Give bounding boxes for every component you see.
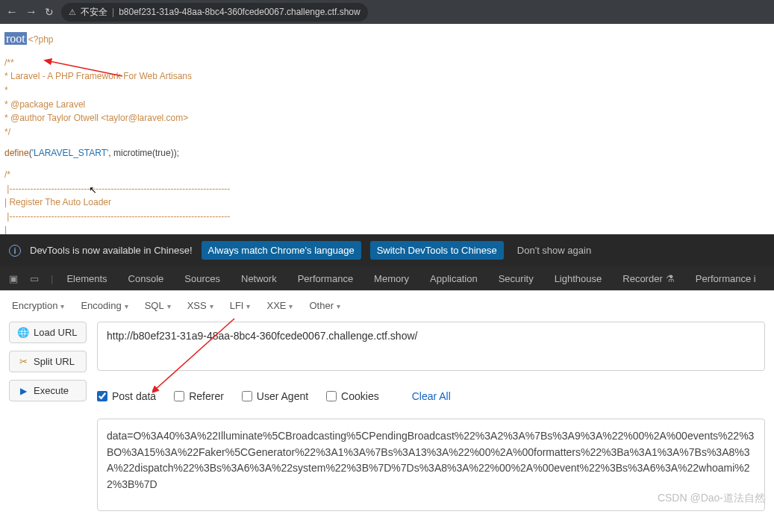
chevron-down-icon: ▾	[337, 302, 340, 310]
banner-text: DevTools is now available in Chinese!	[30, 245, 193, 256]
scissors-icon: ✂	[17, 357, 29, 367]
page-content: root<?php /** * Laravel - A PHP Framewor…	[0, 24, 774, 234]
play-icon: ▶	[17, 386, 29, 396]
tab-elements[interactable]: Elements	[56, 266, 117, 290]
dont-show-link[interactable]: Don't show again	[517, 245, 591, 256]
tab-console[interactable]: Console	[118, 266, 175, 290]
tab-network[interactable]: Network	[231, 266, 287, 290]
post-data-input[interactable]: data=O%3A40%3A%22Illuminate%5CBroadcasti…	[97, 419, 765, 511]
back-icon[interactable]: ←	[6, 5, 18, 19]
inspect-icon[interactable]: ▣	[6, 273, 21, 284]
string-literal: 'LARAVEL_START'	[32, 148, 109, 158]
options-row: Post data Referer User Agent Cookies Cle…	[97, 390, 765, 402]
chevron-down-icon: ▾	[246, 302, 250, 310]
flask-icon: ⚗	[666, 273, 675, 284]
code-comment: *	[4, 84, 770, 98]
code-comment: |---------------------------------------…	[4, 210, 770, 224]
insecure-label: 不安全	[81, 6, 107, 19]
php-open-tag: <?php	[28, 34, 54, 45]
chevron-down-icon: ▾	[289, 302, 293, 310]
chevron-down-icon: ▾	[167, 302, 171, 310]
globe-icon: 🌐	[17, 328, 29, 338]
chevron-down-icon: ▾	[60, 302, 64, 310]
reload-icon[interactable]: ↻	[45, 6, 54, 18]
tab-security[interactable]: Security	[488, 266, 544, 290]
tab-recorder[interactable]: Recorder ⚗	[612, 266, 684, 290]
url-text: b80ef231-31a9-48aa-8bc4-360fcede0067.cha…	[119, 7, 361, 17]
tab-lighthouse[interactable]: Lighthouse	[544, 266, 613, 290]
code-comment: |	[4, 223, 770, 234]
code-comment: * @author Taylor Otwell <taylor@laravel.…	[4, 111, 770, 125]
referer-checkbox[interactable]: Referer	[174, 390, 224, 402]
tab-sources[interactable]: Sources	[174, 266, 231, 290]
url-input[interactable]: http://b80ef231-31a9-48aa-8bc4-360fcede0…	[97, 322, 765, 371]
clear-all-link[interactable]: Clear All	[412, 390, 451, 402]
tab-performance-insights[interactable]: Performance i	[685, 266, 767, 290]
browser-toolbar: ← → ↻ ⚠ 不安全 | b80ef231-31a9-48aa-8bc4-36…	[0, 0, 774, 24]
code-comment: * @package Laravel	[4, 98, 770, 112]
execute-button[interactable]: ▶Execute	[9, 380, 87, 401]
chevron-down-icon: ▾	[210, 302, 213, 310]
devtools-language-banner: i DevTools is now available in Chinese! …	[0, 234, 774, 266]
hackbar-button-column: 🌐Load URL ✂Split URL ▶Execute	[9, 322, 87, 511]
code-comment: |---------------------------------------…	[4, 182, 770, 196]
fn-name: define	[4, 148, 29, 158]
code-comment: * Laravel - A PHP Framework For Web Arti…	[4, 69, 770, 84]
code-comment: | Register The Auto Loader	[4, 195, 770, 210]
tab-memory[interactable]: Memory	[363, 266, 419, 290]
cursor-pointer-icon: ↖	[89, 183, 97, 198]
menu-encryption[interactable]: Encryption▾	[12, 300, 64, 311]
split-url-button[interactable]: ✂Split URL	[9, 351, 87, 372]
device-toggle-icon[interactable]: ▭	[27, 273, 42, 284]
switch-chinese-button[interactable]: Switch DevTools to Chinese	[370, 241, 504, 260]
devtools-tabbar: ▣ ▭ | Elements Console Sources Network P…	[0, 266, 774, 290]
post-data-checkbox[interactable]: Post data	[97, 390, 156, 402]
hackbar-panel: Encryption▾ Encoding▾ SQL▾ XSS▾ LFI▾ XXE…	[0, 290, 774, 516]
code-comment: /*	[4, 168, 770, 182]
chevron-down-icon: ▾	[125, 302, 128, 310]
always-match-button[interactable]: Always match Chrome's language	[202, 241, 361, 260]
url-separator: |	[112, 7, 114, 17]
address-bar[interactable]: ⚠ 不安全 | b80ef231-31a9-48aa-8bc4-360fcede…	[61, 3, 368, 22]
tab-application[interactable]: Application	[419, 266, 488, 290]
menu-other[interactable]: Other▾	[309, 300, 340, 311]
code-line: define('LARAVEL_START', microtime(true))…	[4, 146, 770, 160]
info-icon: i	[9, 245, 21, 257]
menu-xxe[interactable]: XXE▾	[266, 300, 293, 311]
menu-lfi[interactable]: LFI▾	[230, 300, 251, 311]
selection-root[interactable]: root	[4, 32, 27, 45]
insecure-icon: ⚠	[69, 7, 76, 17]
menu-sql[interactable]: SQL▾	[145, 300, 171, 311]
user-agent-checkbox[interactable]: User Agent	[242, 390, 308, 402]
load-url-button[interactable]: 🌐Load URL	[9, 322, 87, 343]
code-comment: /**	[4, 56, 770, 70]
tab-performance[interactable]: Performance	[287, 266, 363, 290]
cookies-checkbox[interactable]: Cookies	[326, 390, 379, 402]
menu-encoding[interactable]: Encoding▾	[81, 300, 128, 311]
hackbar-menu-row: Encryption▾ Encoding▾ SQL▾ XSS▾ LFI▾ XXE…	[9, 300, 765, 311]
forward-icon[interactable]: →	[25, 5, 37, 19]
menu-xss[interactable]: XSS▾	[187, 300, 213, 311]
code-comment: */	[4, 125, 770, 140]
